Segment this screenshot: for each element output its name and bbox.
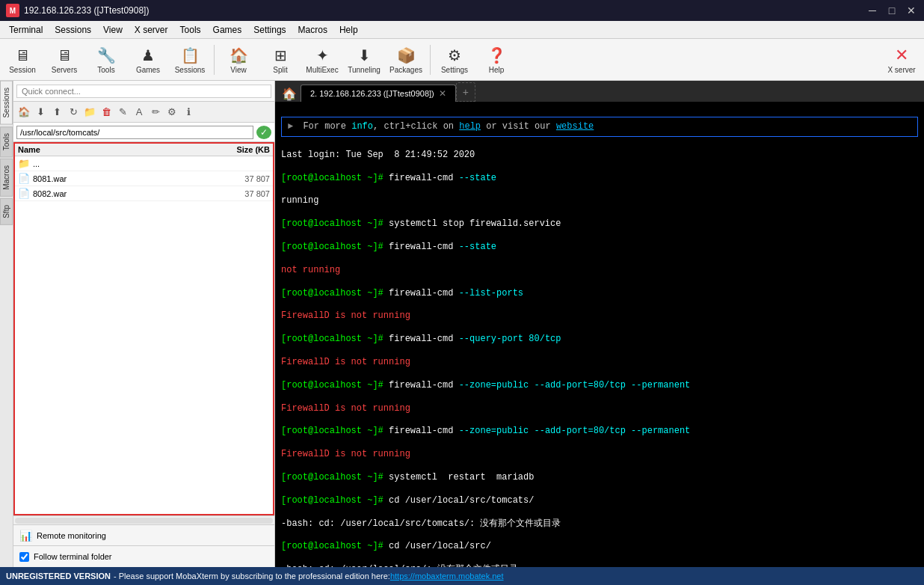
close-button[interactable]: ✕ [905, 5, 918, 16]
tools-icon: 🔧 [96, 45, 117, 66]
toolbar-tunneling-label: Tunneling [348, 66, 381, 74]
term-line-18: [root@localhost ~]# cd /user/local/src/ [281, 540, 918, 553]
unregistered-label: UNREGISTERED VERSION [6, 572, 111, 581]
main-area: Sessions Tools Macros Sftp 🏠 ⬇ ⬆ ↻ 📁 🗑 ✎… [0, 81, 924, 567]
menu-help[interactable]: Help [333, 23, 364, 37]
term-line-10: FirewallD is not running [281, 356, 918, 369]
minimize-button[interactable]: ─ [866, 5, 879, 16]
home-tab-button[interactable]: 🏠 [278, 85, 301, 102]
sidetab-macros[interactable]: Macros [0, 159, 13, 197]
filelist-header: Name Size (KB [15, 144, 273, 156]
quick-connect-input[interactable] [16, 85, 271, 98]
horizontal-scrollbar[interactable] [15, 518, 273, 524]
toolbar-session-label: Session [9, 66, 36, 74]
fb-delete-button[interactable]: 🗑 [99, 105, 114, 120]
file-size-8081: 37 807 [218, 174, 270, 183]
file-row-8082[interactable]: 📄 8082.war 37 807 [15, 186, 273, 201]
fb-newfolder-button[interactable]: 📁 [82, 105, 97, 120]
toolbar-sessions-label: Sessions [175, 66, 206, 74]
path-input[interactable] [16, 126, 253, 139]
toolbar-session[interactable]: 🖥 Session [3, 41, 42, 79]
path-ok-button[interactable]: ✓ [256, 126, 271, 139]
menu-sessions[interactable]: Sessions [49, 23, 97, 37]
term-line-7: [root@localhost ~]# firewall-cmd --list-… [281, 287, 918, 300]
term-line-15: [root@localhost ~]# systemctl restart ma… [281, 471, 918, 484]
menu-view[interactable]: View [97, 23, 129, 37]
remote-monitoring-label: Remote monitoring [37, 531, 106, 540]
path-bar: ✓ [13, 123, 274, 142]
fb-edit-button[interactable]: ✏ [148, 105, 163, 120]
toolbar-multiexec-label: MultiExec [306, 66, 338, 74]
term-line-6: not running [281, 264, 918, 277]
maximize-button[interactable]: □ [885, 5, 899, 16]
fb-rename-button[interactable]: ✎ [115, 105, 130, 120]
toolbar-games[interactable]: ♟ Games [129, 41, 167, 79]
toolbar-tools-label: Tools [97, 66, 114, 74]
left-panel: 🏠 ⬇ ⬆ ↻ 📁 🗑 ✎ A ✏ ⚙ ℹ ✓ Name Size (KB 📁 [13, 81, 275, 567]
menu-settings[interactable]: Settings [247, 23, 292, 37]
sidetab-tools[interactable]: Tools [0, 126, 13, 157]
fb-upload-button[interactable]: ⬆ [49, 105, 64, 120]
follow-terminal-label: Follow terminal folder [34, 552, 112, 561]
fb-settings2-button[interactable]: ⚙ [164, 105, 179, 120]
split-icon: ⊞ [270, 45, 291, 66]
fb-info-button[interactable]: ℹ [181, 105, 196, 120]
toolbar-xserver-label: X server [887, 66, 915, 74]
app-icon: M [6, 4, 19, 17]
fb-refresh-button[interactable]: ↻ [66, 105, 81, 120]
side-tabs: Sessions Tools Macros Sftp [0, 81, 13, 567]
toolbar-packages-label: Packages [389, 66, 422, 74]
term-line-11: [root@localhost ~]# firewall-cmd --zone=… [281, 379, 918, 392]
statusbar-message: - Please support MobaXterm by subscribin… [114, 572, 390, 581]
sidetab-sessions[interactable]: Sessions [0, 81, 13, 125]
toolbar-tools[interactable]: 🔧 Tools [87, 41, 126, 79]
fb-home-button[interactable]: 🏠 [16, 105, 31, 120]
statusbar: UNREGISTERED VERSION - Please support Mo… [0, 567, 924, 585]
fb-download-button[interactable]: ⬇ [33, 105, 48, 120]
toolbar-packages[interactable]: 📦 Packages [386, 41, 425, 79]
sessions-icon: 📋 [179, 45, 200, 66]
col-name-header: Name [18, 145, 218, 154]
toolbar-multiexec[interactable]: ✦ MultiExec [303, 41, 342, 79]
term-line-9: [root@localhost ~]# firewall-cmd --query… [281, 333, 918, 346]
menu-macros[interactable]: Macros [292, 23, 333, 37]
file-row-8081[interactable]: 📄 8081.war 37 807 [15, 171, 273, 186]
remote-monitoring-button[interactable]: 📊 Remote monitoring [13, 525, 274, 546]
term-line-4: [root@localhost ~]# systemctl stop firew… [281, 218, 918, 230]
follow-terminal-control[interactable]: Follow terminal folder [13, 546, 274, 567]
toolbar-settings[interactable]: ⚙ Settings [435, 41, 474, 79]
file-name-parent: ... [33, 159, 218, 168]
term-line-16: [root@localhost ~]# cd /user/local/src/t… [281, 494, 918, 507]
toolbar-view[interactable]: 🏠 View [219, 41, 258, 79]
file-row-parent[interactable]: 📁 ... [15, 156, 273, 171]
statusbar-link[interactable]: https://mobaxterm.mobatek.net [390, 572, 504, 581]
window-controls: ─ □ ✕ [866, 5, 918, 16]
sidetab-sftp[interactable]: Sftp [0, 198, 13, 225]
terminal-tab-active[interactable]: 2. 192.168.126.233 ([JTtest0908]) ✕ [301, 85, 456, 102]
term-line-12: FirewallD is not running [281, 402, 918, 415]
menu-tools[interactable]: Tools [174, 23, 207, 37]
new-tab-button[interactable]: + [456, 82, 475, 102]
toolbar-xserver[interactable]: ✕ X server [882, 41, 921, 79]
menu-xserver[interactable]: X server [129, 23, 174, 37]
toolbar-servers[interactable]: 🖥 Servers [45, 41, 84, 79]
toolbar-tunneling[interactable]: ⬇ Tunneling [345, 41, 384, 79]
window-title: 192.168.126.233 ([JTtest0908]) [24, 5, 866, 16]
menu-terminal[interactable]: Terminal [3, 23, 49, 37]
toolbar-help[interactable]: ❓ Help [477, 41, 516, 79]
session-icon: 🖥 [12, 45, 33, 66]
tab-close-button[interactable]: ✕ [439, 88, 446, 99]
tab-bar: 🏠 2. 192.168.126.233 ([JTtest0908]) ✕ + [275, 81, 924, 102]
toolbar-sessions[interactable]: 📋 Sessions [170, 41, 209, 79]
follow-terminal-checkbox[interactable] [19, 552, 29, 562]
terminal-content[interactable]: ► For more info, ctrl+click on help or v… [275, 102, 924, 567]
menu-games[interactable]: Games [207, 23, 248, 37]
file-icon-8082: 📄 [18, 188, 30, 199]
multiexec-icon: ✦ [312, 45, 333, 66]
term-line-14: FirewallD is not running [281, 448, 918, 461]
fb-text-button[interactable]: A [132, 105, 147, 120]
home-icon: 🏠 [282, 87, 297, 101]
toolbar-view-label: View [230, 66, 247, 74]
toolbar-split[interactable]: ⊞ Split [261, 41, 300, 79]
info-arrow: ► [288, 120, 293, 133]
